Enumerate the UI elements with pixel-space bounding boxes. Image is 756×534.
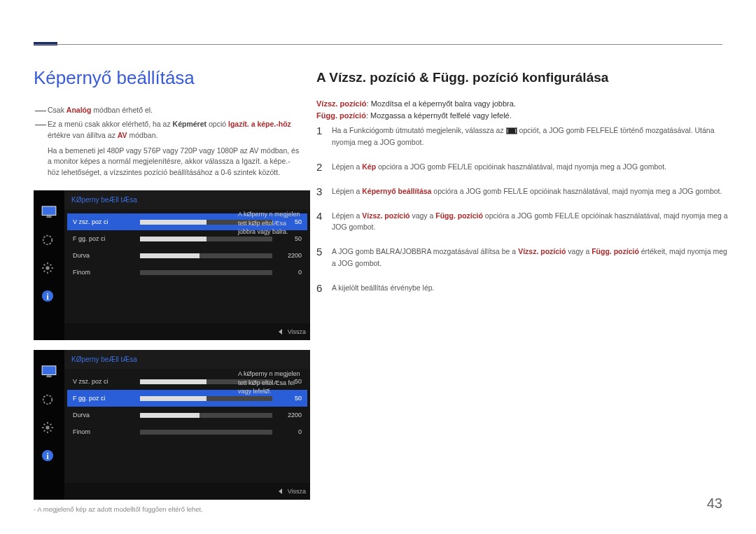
menu-icon	[506, 127, 517, 134]
step: 4 Lépjen a Vízsz. pozíció vagy a Függ. p…	[316, 210, 729, 234]
osd-header: KØperny beÆll tÆsa	[64, 190, 310, 209]
note-bold: AV	[118, 131, 127, 139]
step-bold: Vízsz. pozíció	[362, 211, 410, 220]
note-sub: Ha a bemeneti jel 480P vagy 576P vagy 72…	[48, 146, 300, 178]
osd-slider[interactable]	[140, 237, 272, 241]
svg-line-24	[44, 430, 46, 432]
osd-row-label: V zsz. poz ci	[73, 378, 136, 385]
page-title: Képernyő beállítása	[34, 67, 195, 89]
osd-header: KØperny beÆll tÆsa	[64, 350, 310, 369]
note-text: módban érhető el.	[91, 106, 153, 114]
step-text: opcióra a JOG gomb FEL/LE opcióinak hasz…	[376, 162, 666, 171]
step-text: Lépjen a	[332, 162, 362, 171]
svg-line-10	[44, 271, 46, 272]
description-block: Vízsz. pozíció: Mozdítsa el a képernyőt …	[316, 98, 708, 121]
osd-slider[interactable]	[140, 430, 272, 435]
osd-row-label: Durva	[73, 412, 136, 419]
osd-back-label[interactable]: Vissza	[288, 328, 306, 335]
step-number: 4	[316, 210, 332, 234]
note-dash: ―	[34, 105, 48, 116]
note-text: értékre van állítva az	[48, 131, 118, 139]
back-arrow-icon[interactable]	[279, 329, 282, 335]
osd-row-value: 2200	[276, 412, 302, 419]
step-text: Lépjen a	[332, 187, 362, 195]
osd-description: A kØperny n megjelen tett kØp eltolÆsa f…	[238, 370, 304, 396]
osd-row-label: Finom	[73, 269, 136, 276]
note-bold: Képméret	[173, 120, 206, 128]
osd-slider[interactable]	[140, 396, 272, 401]
osd-panel-1: i KØperny beÆll tÆsa V zsz. poz ci 50 F …	[34, 190, 310, 340]
step-text: A JOG gomb BALRA/JOBBRA mozgatásával áll…	[332, 247, 518, 255]
color-icon	[41, 234, 57, 246]
note-bold: AV	[249, 146, 258, 155]
svg-rect-15	[46, 375, 51, 377]
header-rule	[34, 44, 722, 45]
step-text: A kijelölt beállítás érvénybe lép.	[332, 283, 435, 292]
osd-slider[interactable]	[140, 270, 272, 275]
osd-footer: Vissza	[64, 323, 310, 340]
info-icon: i	[41, 290, 57, 302]
svg-line-23	[50, 430, 52, 432]
svg-point-16	[43, 395, 52, 405]
step-text: opcióra a JOG gomb FEL/LE opcióinak hasz…	[431, 187, 722, 195]
svg-rect-0	[42, 206, 56, 216]
note-bold: Igazít. a képe.-höz	[228, 120, 291, 128]
svg-line-22	[44, 424, 46, 426]
step-number: 3	[316, 185, 332, 197]
osd-sidebar: i	[34, 190, 64, 340]
step: 1 Ha a Funkciógomb útmutató megjelenik, …	[316, 125, 729, 148]
note-bold: Analóg	[66, 106, 92, 114]
gear-icon	[41, 421, 57, 434]
step-number: 6	[316, 282, 332, 294]
back-arrow-icon[interactable]	[279, 489, 282, 494]
osd-description: A kØperny n megjelen tett kØp eltolÆsa j…	[238, 210, 304, 237]
step-bold: Képernyő beállítása	[362, 187, 431, 195]
osd-row-durva[interactable]: Durva 2200	[67, 247, 307, 264]
monitor-icon	[41, 206, 57, 218]
osd-slider[interactable]	[140, 413, 272, 418]
svg-line-9	[50, 271, 52, 272]
svg-rect-1	[46, 216, 51, 218]
note-text: módban.	[127, 131, 158, 139]
osd-row-finom[interactable]: Finom 0	[67, 423, 307, 440]
footnote: - A megjelenő kép az adott modelltől füg…	[34, 505, 203, 513]
step-text: Ha a Funkciógomb útmutató megjelenik, vá…	[332, 126, 506, 134]
steps-list: 1 Ha a Funkciógomb útmutató megjelenik, …	[316, 125, 729, 307]
gear-icon	[41, 262, 57, 274]
note-text: Ez a menü csak akkor elérhető, ha az	[48, 120, 173, 128]
vszpoz-text: : Mozdítsa el a képernyőt balra vagy job…	[367, 99, 516, 108]
step-number: 5	[316, 246, 332, 269]
osd-main: KØperny beÆll tÆsa V zsz. poz ci 50 F gg…	[64, 350, 310, 483]
osd-row-value: 0	[276, 269, 302, 276]
osd-row-label: Finom	[73, 428, 136, 435]
step-bold: Függ. pozíció	[592, 247, 639, 255]
step: 2 Lépjen a Kép opcióra a JOG gomb FEL/LE…	[316, 161, 729, 173]
osd-row-finom[interactable]: Finom 0	[67, 264, 307, 281]
svg-point-2	[43, 236, 52, 245]
note-text: lehetőséget, a vízszintes pozíció beállí…	[59, 168, 280, 176]
svg-line-25	[50, 424, 52, 426]
osd-slider[interactable]	[140, 253, 272, 258]
note-text: Csak	[48, 106, 66, 114]
osd-back-label[interactable]: Vissza	[288, 488, 306, 495]
osd-row-label: Durva	[73, 252, 136, 259]
step: 5 A JOG gomb BALRA/JOBBRA mozgatásával á…	[316, 246, 729, 269]
osd-row-value: 0	[276, 428, 302, 435]
osd-footer: Vissza	[64, 483, 310, 500]
step-bold: Kép	[362, 162, 376, 171]
vszpoz-label: Vízsz. pozíció	[316, 99, 367, 108]
step-text: vagy a	[566, 247, 592, 255]
color-icon	[41, 393, 57, 406]
step: 3 Lépjen a Képernyő beállítása opcióra a…	[316, 185, 729, 197]
osd-row-durva[interactable]: Durva 2200	[67, 407, 307, 423]
note-dash: ―	[34, 119, 48, 141]
osd-main: KØperny beÆll tÆsa V zsz. poz ci 50 F gg…	[64, 190, 310, 323]
step-bold: Függ. pozíció	[435, 211, 483, 220]
note-text: Ha a bemeneti jel 480P vagy 576P vagy 72…	[48, 146, 249, 155]
page-number: 43	[707, 496, 722, 512]
svg-point-17	[46, 426, 49, 429]
svg-rect-14	[42, 366, 56, 375]
fggpoz-text: : Mozgassa a képernyőt felfelé vagy lefe…	[366, 111, 512, 120]
notes-list: ― Csak Analóg módban érhető el. ― Ez a m…	[34, 105, 300, 178]
step-text: Lépjen a	[332, 211, 362, 220]
